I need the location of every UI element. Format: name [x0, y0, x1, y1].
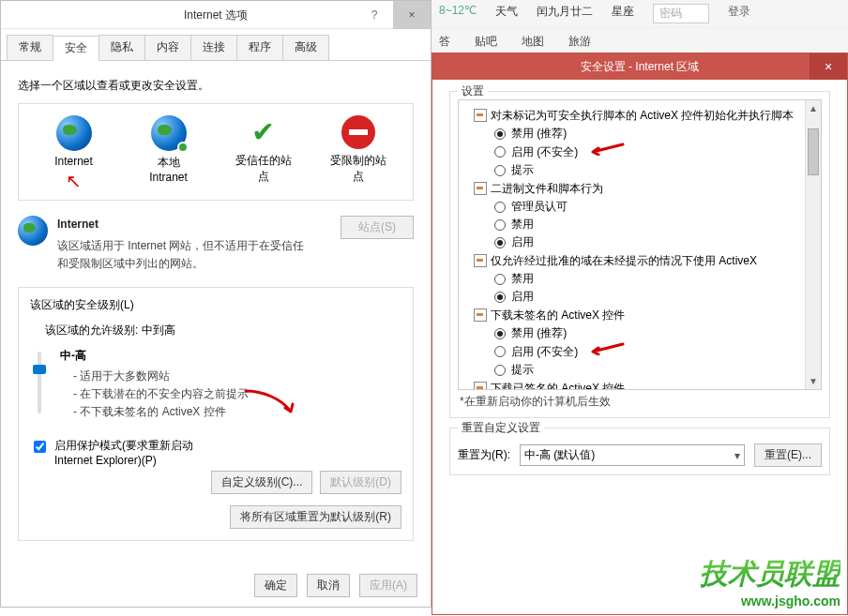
protected-mode-label-a: 启用保护模式(要求重新启动	[54, 438, 193, 454]
date-text: 闰九月廿二	[537, 4, 593, 23]
g2-opt1[interactable]: 禁用	[494, 216, 817, 233]
g3-opt1[interactable]: 启用	[494, 288, 817, 306]
activex-icon	[474, 254, 487, 267]
watermark-logo: 技术员联盟 www.jsgho.com	[700, 555, 840, 608]
g4-opt2[interactable]: 提示	[494, 361, 817, 379]
g2-opt1-label: 禁用	[511, 216, 534, 233]
g3-opt1-label: 启用	[511, 288, 534, 306]
zone-internet-label: Internet	[37, 155, 112, 168]
close-button[interactable]: ×	[393, 1, 431, 29]
g4-opt1[interactable]: 启用 (不安全)	[494, 342, 817, 361]
tab-connections[interactable]: 连接	[190, 35, 237, 60]
zone-selector: Internet ↖ 本地 Intranet ✔ 受信任的站 点 受限制的站 点	[18, 103, 414, 201]
g3-opt0-label: 禁用	[511, 270, 534, 288]
g4-opt0-label: 禁用 (推荐)	[511, 324, 567, 342]
settings-tree[interactable]: ▲ ▼ 对未标记为可安全执行脚本的 ActiveX 控件初始化并执行脚本 禁用 …	[458, 99, 822, 390]
g1-opt0-label: 禁用 (推荐)	[511, 125, 567, 143]
tab-privacy[interactable]: 隐私	[98, 35, 145, 60]
protected-mode-checkbox[interactable]	[34, 441, 46, 453]
tab-content[interactable]: 内容	[144, 35, 191, 60]
scrollbar[interactable]: ▲ ▼	[805, 100, 821, 389]
cancel-button[interactable]: 取消	[307, 574, 350, 597]
security-settings-dialog: 安全设置 - Internet 区域 × 设置 ▲ ▼ 对未标记为可安全执行脚本…	[432, 53, 848, 615]
security-level-legend: 该区域的安全级别(L)	[30, 297, 401, 313]
g4-label: 下载未签名的 ActiveX 控件	[491, 306, 625, 324]
default-level-button[interactable]: 默认级别(D)	[320, 471, 401, 494]
g1-opt1-label: 启用 (不安全)	[511, 143, 578, 161]
activex-icon	[474, 182, 487, 195]
nav-c[interactable]: 地图	[522, 34, 544, 50]
weather-link[interactable]: 天气	[495, 4, 518, 23]
reset-select-value: 中-高 (默认值)	[524, 447, 595, 463]
zone-restricted-label-b: 点	[321, 169, 396, 185]
protected-mode-label-b: Internet Explorer)(P)	[54, 454, 193, 467]
internet-options-dialog: Internet 选项 ? × 常规 安全 隐私 内容 连接 程序 高级 选择一…	[0, 0, 432, 608]
constellation-link[interactable]: 星座	[612, 4, 634, 23]
password-field[interactable]: 密码	[653, 4, 709, 23]
nav-b[interactable]: 贴吧	[475, 34, 497, 50]
globe-icon	[18, 216, 48, 246]
zone-intranet-label-a: 本地	[131, 155, 206, 171]
dialog-title: Internet 选项	[184, 8, 248, 22]
scroll-thumb[interactable]	[808, 128, 819, 175]
ss-titlebar[interactable]: 安全设置 - Internet 区域 ×	[432, 53, 847, 80]
selected-zone-desc-2: 和受限制区域中列出的网站。	[57, 255, 331, 273]
apply-button[interactable]: 应用(A)	[359, 574, 417, 597]
reset-to-select[interactable]: 中-高 (默认值) ▾	[520, 444, 745, 466]
g3-opt0[interactable]: 禁用	[494, 270, 817, 288]
custom-level-button[interactable]: 自定义级别(C)...	[211, 471, 313, 494]
sites-button[interactable]: 站点(S)	[341, 216, 414, 239]
sec-bullet-3: 不下载未签名的 ActiveX 控件	[73, 403, 249, 421]
g1-opt0[interactable]: 禁用 (推荐)	[494, 125, 817, 143]
security-slider[interactable]	[30, 344, 49, 422]
red-arrow-icon	[587, 342, 625, 361]
zone-restricted[interactable]: 受限制的站 点	[321, 115, 396, 192]
tab-programs[interactable]: 程序	[236, 35, 283, 60]
zone-trusted-label-a: 受信任的站	[226, 153, 301, 169]
g1-opt1[interactable]: 启用 (不安全)	[494, 143, 817, 161]
allowed-levels: 该区域的允许级别: 中到高	[45, 323, 401, 338]
nav-a[interactable]: 答	[439, 34, 450, 50]
activex-icon	[474, 308, 487, 322]
tab-general[interactable]: 常规	[7, 35, 53, 60]
reset-button[interactable]: 重置(E)...	[754, 443, 822, 467]
radio-icon	[494, 346, 506, 357]
nav-d[interactable]: 旅游	[568, 34, 591, 50]
g2-label: 二进制文件和脚本行为	[491, 179, 603, 198]
g4-opt0[interactable]: 禁用 (推荐)	[494, 324, 817, 342]
zone-intranet[interactable]: 本地 Intranet	[131, 115, 206, 192]
sec-bullet-1: 适用于大多数网站	[73, 368, 249, 385]
login-link[interactable]: 登录	[728, 4, 750, 23]
tab-security[interactable]: 安全	[53, 36, 99, 61]
scroll-up-icon[interactable]: ▲	[806, 100, 821, 116]
g2-opt2-label: 启用	[511, 233, 534, 251]
g1-opt2[interactable]: 提示	[494, 161, 817, 179]
restart-note: *在重新启动你的计算机后生效	[460, 394, 822, 410]
zone-trusted[interactable]: ✔ 受信任的站 点	[226, 115, 301, 192]
dialog-titlebar[interactable]: Internet 选项 ? ×	[1, 1, 431, 29]
radio-icon	[494, 274, 506, 285]
globe-icon	[151, 115, 187, 151]
g1-opt2-label: 提示	[511, 161, 534, 179]
g2-opt0[interactable]: 管理员认可	[494, 198, 817, 216]
temp-text: 8~12℃	[439, 4, 477, 23]
ok-button[interactable]: 确定	[254, 574, 297, 597]
settings-legend: 设置	[458, 83, 488, 99]
g2-opt2[interactable]: 启用	[494, 233, 817, 251]
radio-icon	[494, 128, 506, 140]
help-button[interactable]: ?	[356, 1, 393, 29]
radio-icon	[494, 146, 506, 158]
background-browser: 8~12℃ 天气 闰九月廿二 星座 密码 登录 答 贴吧 地图 旅游	[432, 0, 848, 53]
radio-icon	[494, 219, 506, 231]
ss-title-text: 安全设置 - Internet 区域	[581, 60, 700, 73]
reset-all-zones-button[interactable]: 将所有区域重置为默认级别(R)	[230, 505, 401, 529]
logo-url: www.jsgho.com	[700, 593, 840, 608]
tab-advanced[interactable]: 高级	[282, 35, 329, 60]
radio-icon	[494, 328, 506, 339]
zone-internet[interactable]: Internet ↖	[37, 115, 112, 192]
g5-label: 下载已签名的 ActiveX 控件	[491, 379, 625, 390]
scroll-down-icon[interactable]: ▼	[806, 373, 821, 389]
activex-icon	[474, 109, 487, 122]
ss-close-button[interactable]: ×	[810, 53, 847, 80]
radio-icon	[494, 165, 506, 176]
